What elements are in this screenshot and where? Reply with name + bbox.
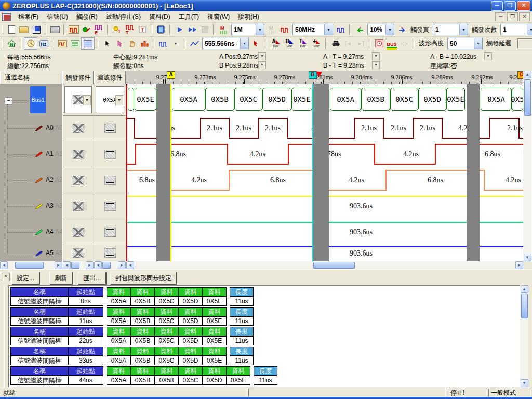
sync-settings-button[interactable]: 封包與波形同步設定 xyxy=(110,272,177,284)
scroll-down-button[interactable]: ▼ xyxy=(521,379,528,387)
wave-height-combo[interactable]: 50▼ xyxy=(447,38,483,49)
save-icon[interactable] xyxy=(30,24,43,35)
time-mode-icon[interactable] xyxy=(24,37,37,50)
packet-scroll-thumb[interactable] xyxy=(521,294,528,318)
scroll-right-button[interactable]: ► xyxy=(55,261,62,269)
sample-wave-icon[interactable] xyxy=(335,24,347,35)
packet-row[interactable]: 名稱起始點資料資料資料資料資料資料長度信號濾波間隔棒44us0X5A0X5B0X… xyxy=(10,366,277,385)
zoom-wave-icon[interactable] xyxy=(188,38,201,49)
signal-filter-bar[interactable] xyxy=(467,84,480,261)
packet-list-scrollbar[interactable]: ▲ ▼ xyxy=(520,285,528,387)
channel-filter-cell[interactable] xyxy=(94,141,126,167)
minimize-button[interactable]: ─ xyxy=(491,1,503,11)
mdi-close-button[interactable]: ✕ xyxy=(519,12,530,21)
time-div-combo[interactable]: 555.566ns▼ xyxy=(202,38,249,49)
memory-depth-combo[interactable]: 1M▼ xyxy=(231,24,264,35)
channel-setup-icon[interactable] xyxy=(80,24,92,35)
packet-row[interactable]: 名稱起始點資料資料資料資料資料長度信號濾波間隔棒0ns0X5A0X5B0X5C0… xyxy=(10,287,254,306)
listing-display-icon[interactable] xyxy=(69,38,81,49)
bar-analysis-icon[interactable] xyxy=(138,38,151,49)
bus-node[interactable]: Bus1 xyxy=(30,86,46,113)
menu-item-4[interactable]: 資料(D) xyxy=(145,11,175,22)
mdi-restore-button[interactable]: ❐ xyxy=(507,12,518,21)
combo-dropdown-icon[interactable]: ▼ xyxy=(115,95,123,105)
packet-row[interactable]: 名稱起始點資料資料資料資料資料長度信號濾波間隔棒33us0X5A0X5B0X5C… xyxy=(10,347,254,365)
channel-label-a1[interactable]: A1 xyxy=(46,150,54,157)
channel-trigger-cell[interactable] xyxy=(63,193,94,219)
settings-button[interactable]: 設定... xyxy=(11,272,39,284)
channel-filter-cell[interactable] xyxy=(94,193,126,219)
trigger-property-icon[interactable]: T xyxy=(111,24,124,35)
tree-collapse-icon[interactable]: − xyxy=(5,97,12,105)
scroll-up-button[interactable]: ▲ xyxy=(524,71,531,78)
channel-label-a5[interactable]: A5 xyxy=(46,249,54,257)
trigger-delay-icon[interactable]: T xyxy=(136,24,149,35)
scroll-right-button[interactable]: ► xyxy=(86,261,94,269)
b-bar-line[interactable] xyxy=(312,84,313,261)
channel-filter-cell[interactable] xyxy=(94,115,126,141)
trigger-page-combo[interactable]: 1▼ xyxy=(433,24,468,35)
waveform-display-icon[interactable] xyxy=(56,38,69,49)
scroll-right-button[interactable]: ► xyxy=(515,261,523,269)
waveform-horizontal-scrollbar[interactable]: ◄ ► xyxy=(126,261,523,269)
a-bar-marker[interactable]: A xyxy=(167,71,175,79)
combo-dropdown-icon[interactable]: ▼ xyxy=(83,95,91,105)
home-view-icon[interactable]: N xyxy=(5,38,18,49)
scroll-thumb[interactable] xyxy=(15,262,44,269)
sample-rate-combo[interactable]: 50MHz▼ xyxy=(292,24,333,35)
wave-mode-select-icon[interactable] xyxy=(157,38,169,49)
channel-trigger-cell[interactable] xyxy=(63,167,94,193)
a-bar-icon[interactable]: A◣Bar xyxy=(269,38,283,49)
hand-pan-icon[interactable] xyxy=(126,38,138,49)
signal-filter-bar[interactable] xyxy=(156,84,170,261)
menu-item-0[interactable]: 檔案(F) xyxy=(14,11,43,22)
menu-item-5[interactable]: 工具(T) xyxy=(175,11,203,22)
combo-dropdown-icon[interactable]: ▼ xyxy=(474,38,482,49)
bus-trigger-combo[interactable]: ▼ xyxy=(64,86,92,113)
vertical-scroll-thumb[interactable] xyxy=(524,79,531,116)
trigger-position-combo[interactable]: 10%▼ xyxy=(367,24,394,35)
channel-filter-cell[interactable] xyxy=(94,219,126,245)
wave-dropdown-icon[interactable]: ▼ xyxy=(169,38,182,49)
print-icon[interactable] xyxy=(49,24,61,35)
horizontal-scroll-thumb[interactable] xyxy=(313,262,355,269)
combo-dropdown-icon[interactable]: ▼ xyxy=(527,24,532,35)
trigger-goto-icon[interactable] xyxy=(396,24,408,35)
find-icon[interactable] xyxy=(329,38,342,49)
select-cursor-icon[interactable] xyxy=(101,38,113,49)
menu-item-1[interactable]: 信號(U) xyxy=(43,11,72,22)
channel-label-a3[interactable]: A3 xyxy=(46,202,54,209)
packet-row[interactable]: 名稱起始點資料資料資料資料資料長度信號濾波間隔棒22us0X5A0X5B0X5C… xyxy=(10,327,254,345)
b-t-dropdown[interactable]: ▼ xyxy=(372,61,380,69)
menu-item-2[interactable]: 觸發(R) xyxy=(72,11,102,22)
combo-dropdown-icon[interactable]: ▼ xyxy=(240,38,248,49)
trigger-count-combo[interactable]: 1▼ xyxy=(500,24,532,35)
waveform-area[interactable]: 9.27ms9.273ms9.275ms9.278ms9.281ms9.284m… xyxy=(126,71,523,261)
menu-item-6[interactable]: 視窗(W) xyxy=(203,11,234,22)
time-ruler[interactable]: 9.27ms9.273ms9.275ms9.278ms9.281ms9.284m… xyxy=(126,71,523,84)
bus-packet-icon[interactable]: BUS xyxy=(385,38,398,49)
trigger-width-icon[interactable]: T xyxy=(124,24,136,35)
pulse-width-counter-icon[interactable] xyxy=(373,38,385,49)
channel-trigger-cell[interactable] xyxy=(63,115,94,141)
run-icon[interactable] xyxy=(174,24,186,35)
d-bar-marker[interactable]: D xyxy=(517,71,523,79)
a-pos-dropdown[interactable]: ▼ xyxy=(258,52,266,60)
channel-trigger-cell[interactable] xyxy=(63,141,94,167)
module-icon[interactable] xyxy=(155,24,167,35)
channel-trigger-cell[interactable] xyxy=(63,245,94,261)
frequency-mode-icon[interactable]: Hz xyxy=(37,38,50,49)
b-pos-dropdown[interactable]: ▼ xyxy=(258,61,266,69)
repeat-run-icon[interactable] xyxy=(186,24,198,35)
menu-item-7[interactable]: 說明(H) xyxy=(234,11,263,22)
sampling-setup-icon[interactable] xyxy=(68,24,80,35)
a-t-dropdown[interactable]: ▼ xyxy=(372,52,380,60)
channel-label-a4[interactable]: A4 xyxy=(46,228,54,235)
channel-trigger-cell[interactable] xyxy=(63,219,94,245)
combo-dropdown-icon[interactable]: ▼ xyxy=(256,24,264,35)
close-button[interactable]: ✕ xyxy=(517,1,530,11)
channel-filter-cell[interactable] xyxy=(94,245,126,261)
waveform-vertical-scrollbar[interactable]: ▲ ▼ xyxy=(523,71,531,261)
scroll-down-button[interactable]: ▼ xyxy=(524,254,531,261)
trigger-center-icon[interactable] xyxy=(353,24,366,35)
